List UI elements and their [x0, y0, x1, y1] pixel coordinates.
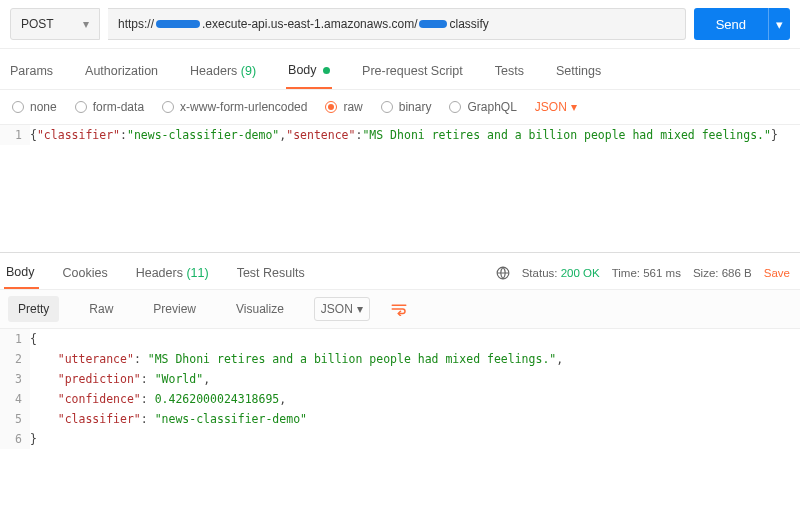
- resp-tab-headers[interactable]: Headers (11): [134, 258, 213, 288]
- resp-tab-headers-label: Headers: [136, 266, 183, 280]
- tab-params[interactable]: Params: [8, 58, 55, 88]
- line-number: 1: [0, 125, 30, 145]
- line-number: 4: [0, 389, 30, 409]
- url-text-prefix: https://: [118, 17, 154, 31]
- view-raw[interactable]: Raw: [79, 296, 123, 322]
- redacted-segment: [156, 20, 200, 28]
- line-number: 2: [0, 349, 30, 369]
- chevron-down-icon: ▾: [776, 17, 783, 32]
- tab-headers[interactable]: Headers (9): [188, 58, 258, 88]
- status-label: Status: 200 OK: [522, 267, 600, 279]
- redacted-segment: [419, 20, 447, 28]
- view-preview[interactable]: Preview: [143, 296, 206, 322]
- response-line: "utterance": "MS Dhoni retires and a bil…: [30, 349, 800, 369]
- line-number: 6: [0, 429, 30, 449]
- radio-raw[interactable]: raw: [325, 100, 362, 114]
- http-method-value: POST: [21, 17, 54, 31]
- radio-binary[interactable]: binary: [381, 100, 432, 114]
- response-line: {: [30, 329, 800, 349]
- request-header-row: POST ▾ https:// .execute-api.us-east-1.a…: [0, 0, 800, 49]
- wrap-lines-icon[interactable]: [390, 302, 408, 316]
- resp-tab-test-results[interactable]: Test Results: [235, 258, 309, 288]
- time-label: Time: 561 ms: [612, 267, 681, 279]
- radio-xwww-label: x-www-form-urlencoded: [180, 100, 307, 114]
- resp-tab-body[interactable]: Body: [4, 257, 39, 289]
- line-number: 1: [0, 329, 30, 349]
- size-label: Size: 686 B: [693, 267, 752, 279]
- content-type-label: JSON: [535, 100, 567, 114]
- view-visualize[interactable]: Visualize: [226, 296, 294, 322]
- line-number: 5: [0, 409, 30, 429]
- globe-icon[interactable]: [496, 266, 510, 280]
- send-dropdown-button[interactable]: ▾: [768, 8, 790, 40]
- radio-form-data[interactable]: form-data: [75, 100, 144, 114]
- radio-binary-label: binary: [399, 100, 432, 114]
- resp-headers-count: (11): [186, 266, 208, 280]
- url-input[interactable]: https:// .execute-api.us-east-1.amazonaw…: [108, 8, 686, 40]
- radio-none-label: none: [30, 100, 57, 114]
- response-tabs: Body Cookies Headers (11) Test Results S…: [0, 252, 800, 290]
- chevron-down-icon: ▾: [83, 17, 89, 31]
- body-type-row: none form-data x-www-form-urlencoded raw…: [0, 90, 800, 124]
- tab-body-label: Body: [288, 63, 317, 77]
- radio-raw-label: raw: [343, 100, 362, 114]
- url-text-mid: .execute-api.us-east-1.amazonaws.com/: [202, 17, 417, 31]
- response-format-dropdown[interactable]: JSON ▾: [314, 297, 370, 321]
- request-body-line: {"classifier":"news-classifier-demo","se…: [30, 125, 800, 145]
- response-toolbar: Pretty Raw Preview Visualize JSON ▾: [0, 290, 800, 329]
- content-type-dropdown[interactable]: JSON ▾: [535, 100, 577, 114]
- request-tabs: Params Authorization Headers (9) Body Pr…: [0, 49, 800, 90]
- resp-tab-cookies[interactable]: Cookies: [61, 258, 112, 288]
- response-body-viewer[interactable]: 1{ 2 "utterance": "MS Dhoni retires and …: [0, 329, 800, 469]
- radio-form-data-label: form-data: [93, 100, 144, 114]
- save-response-button[interactable]: Save: [764, 267, 790, 279]
- radio-xwww[interactable]: x-www-form-urlencoded: [162, 100, 307, 114]
- send-button-group: Send ▾: [694, 8, 790, 40]
- response-line: "classifier": "news-classifier-demo": [30, 409, 800, 429]
- response-meta: Status: 200 OK Time: 561 ms Size: 686 B …: [496, 266, 790, 280]
- radio-none[interactable]: none: [12, 100, 57, 114]
- http-method-dropdown[interactable]: POST ▾: [10, 8, 100, 40]
- response-line: "prediction": "World",: [30, 369, 800, 389]
- tab-tests[interactable]: Tests: [493, 58, 526, 88]
- line-number: 3: [0, 369, 30, 389]
- send-button[interactable]: Send: [694, 8, 768, 40]
- tab-headers-label: Headers: [190, 64, 237, 78]
- request-body-editor[interactable]: 1 {"classifier":"news-classifier-demo","…: [0, 124, 800, 252]
- tab-body[interactable]: Body: [286, 57, 332, 89]
- url-text-suffix: classify: [449, 17, 488, 31]
- radio-graphql[interactable]: GraphQL: [449, 100, 516, 114]
- response-line: "confidence": 0.4262000024318695,: [30, 389, 800, 409]
- response-format-label: JSON: [321, 302, 353, 316]
- view-pretty[interactable]: Pretty: [8, 296, 59, 322]
- tab-authorization[interactable]: Authorization: [83, 58, 160, 88]
- chevron-down-icon: ▾: [571, 100, 577, 114]
- chevron-down-icon: ▾: [357, 302, 363, 316]
- response-line: }: [30, 429, 800, 449]
- tab-settings[interactable]: Settings: [554, 58, 603, 88]
- active-dot-icon: [323, 67, 330, 74]
- headers-count: (9): [241, 64, 256, 78]
- radio-graphql-label: GraphQL: [467, 100, 516, 114]
- tab-prerequest[interactable]: Pre-request Script: [360, 58, 465, 88]
